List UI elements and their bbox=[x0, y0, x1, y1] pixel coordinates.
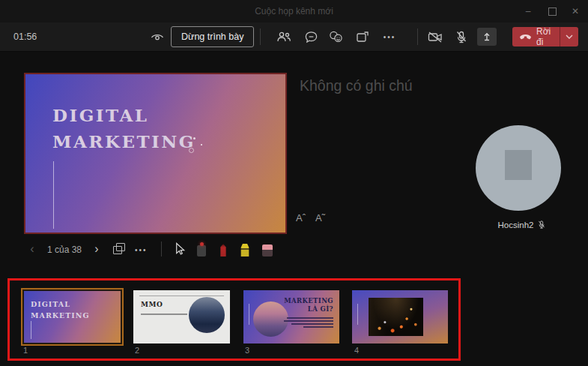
camera-off-icon[interactable] bbox=[426, 28, 444, 46]
next-slide-icon[interactable]: › bbox=[91, 241, 102, 257]
toolbar-divider bbox=[417, 28, 418, 45]
participant-tile[interactable]: Hocsinh2 bbox=[460, 120, 584, 238]
thumbnail-traffic-image bbox=[369, 298, 423, 336]
participant-name: Hocsinh2 bbox=[460, 220, 584, 230]
highlighter-icon[interactable] bbox=[237, 240, 252, 256]
slide-decoration-dot bbox=[201, 144, 202, 146]
thumbnail-accent-line bbox=[31, 321, 31, 339]
chevron-down-icon[interactable] bbox=[560, 34, 578, 39]
slide-grid-icon[interactable] bbox=[113, 243, 125, 254]
leave-button[interactable]: Rời đi bbox=[512, 27, 578, 46]
teams-meeting-window: Cuộc họp kênh mới – ✕ 01:56 Dừng trình b… bbox=[0, 0, 588, 366]
font-increase-button[interactable]: Aˆ bbox=[296, 212, 306, 224]
meeting-title: Cuộc họp kênh mới bbox=[0, 0, 588, 22]
reactions-icon[interactable] bbox=[327, 28, 345, 46]
meeting-toolbar: 01:56 Dừng trình bày bbox=[0, 22, 588, 52]
font-decrease-button[interactable]: A˜ bbox=[315, 212, 325, 224]
thumbnail-text-bar bbox=[291, 323, 333, 325]
slide-decoration-dot bbox=[193, 137, 196, 140]
notes-font-controls: Aˆ A˜ bbox=[296, 212, 325, 224]
avatar bbox=[476, 125, 561, 211]
thumbnail-text-bar bbox=[303, 326, 333, 328]
laser-pointer-icon[interactable] bbox=[194, 240, 209, 256]
thumbnail-number: 3 bbox=[245, 346, 249, 355]
more-options-icon[interactable]: ••• bbox=[381, 28, 398, 46]
toolbar-divider bbox=[260, 28, 261, 45]
thumbnail-number: 1 bbox=[23, 346, 28, 355]
minimize-icon[interactable]: – bbox=[517, 0, 539, 22]
thumbnail-2-title: MMO bbox=[141, 301, 163, 308]
thumbnail-circle-image bbox=[253, 302, 288, 337]
notes-empty-text: Không có ghi chú bbox=[300, 77, 413, 94]
slide-title: DIGITAL MARKETING bbox=[52, 103, 196, 154]
meeting-timer: 01:56 bbox=[13, 32, 37, 42]
thumbnail-number: 2 bbox=[135, 346, 139, 355]
thumbnail-text-bar bbox=[287, 317, 333, 319]
thumbnail-slide-1[interactable]: DIGITAL MARKETING bbox=[21, 288, 124, 346]
participants-icon[interactable] bbox=[275, 28, 293, 46]
thumbnail-3-title: MARKETING LÀ GÌ? bbox=[284, 297, 333, 314]
thumbnail-text-bar bbox=[284, 320, 333, 322]
presented-slide[interactable]: DIGITAL MARKETING bbox=[24, 73, 287, 234]
mic-muted-icon bbox=[537, 220, 546, 230]
cursor-icon[interactable] bbox=[172, 240, 187, 256]
eraser-icon[interactable] bbox=[260, 240, 275, 256]
mic-off-icon[interactable] bbox=[452, 28, 470, 46]
thumbnail-accent-line bbox=[357, 304, 358, 325]
slide-accent-line bbox=[53, 161, 54, 229]
eye-icon[interactable] bbox=[149, 28, 166, 45]
slide-decoration-ring bbox=[189, 148, 194, 153]
red-pen-icon[interactable] bbox=[216, 240, 231, 256]
chat-icon[interactable] bbox=[302, 28, 320, 46]
thumbnail-1-title: DIGITAL MARKETING bbox=[31, 299, 90, 321]
leave-label: Rời đi bbox=[536, 26, 560, 47]
thumbnail-circle-image bbox=[189, 297, 225, 333]
thumbnail-slide-3[interactable]: MARKETING LÀ GÌ? bbox=[243, 290, 339, 344]
close-icon[interactable]: ✕ bbox=[564, 0, 587, 22]
thumbnail-accent-line bbox=[249, 304, 249, 325]
slide-position: 1 của 38 bbox=[47, 244, 82, 255]
share-icon[interactable] bbox=[477, 28, 497, 46]
nav-divider bbox=[161, 242, 162, 256]
breakout-rooms-icon[interactable] bbox=[354, 28, 372, 46]
stop-presenting-button[interactable]: Dừng trình bày bbox=[171, 26, 254, 47]
titlebar: Cuộc họp kênh mới – ✕ bbox=[0, 0, 588, 22]
thumbnail-number: 4 bbox=[354, 346, 359, 355]
prev-slide-icon[interactable]: ‹ bbox=[27, 241, 37, 257]
thumbnail-subtitle-bar bbox=[141, 314, 187, 315]
more-tools-icon[interactable]: ••• bbox=[135, 246, 148, 254]
hang-up-icon bbox=[519, 33, 532, 40]
thumbnail-rule bbox=[139, 296, 224, 296]
avatar-placeholder bbox=[505, 150, 532, 180]
thumbnail-slide-2[interactable]: MMO bbox=[133, 290, 230, 344]
maximize-icon[interactable] bbox=[541, 0, 563, 22]
thumbnail-slide-4[interactable] bbox=[352, 290, 448, 344]
